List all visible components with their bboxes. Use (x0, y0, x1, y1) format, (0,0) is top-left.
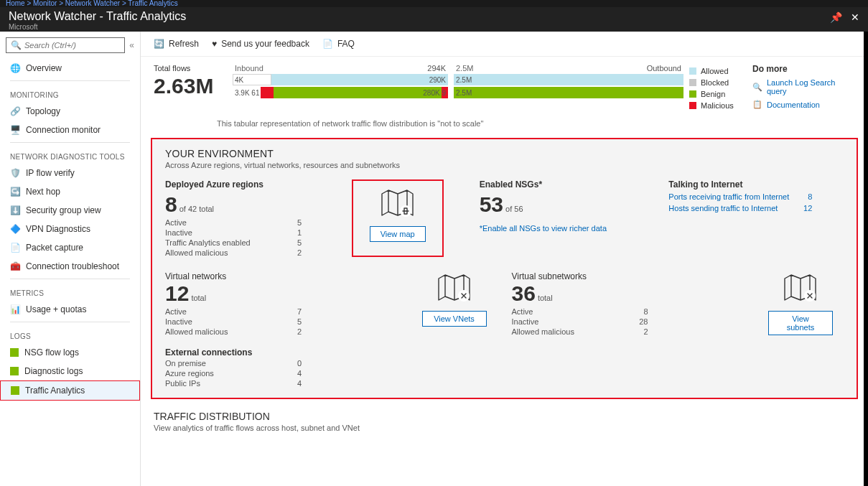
do-more: Do more 🔍Launch Log Search query 📋Docume… (745, 64, 853, 113)
pcap-icon: 📄 (10, 243, 20, 253)
sidebar-item-usage[interactable]: 📊Usage + quotas (0, 300, 140, 319)
sidebar-item-next-hop[interactable]: ↪️Next hop (0, 182, 140, 201)
view-subnets-button[interactable]: View subnets (768, 311, 833, 335)
total-flows-value: 2.63M (154, 74, 218, 98)
your-environment-panel: YOUR ENVIRONMENT Across Azure regions, v… (151, 138, 858, 399)
ipflow-icon: 🛡️ (10, 168, 20, 178)
scale-note: This tabular representation of network t… (141, 118, 868, 128)
view-vnets-button[interactable]: View VNets (422, 311, 487, 327)
nsg-note-link[interactable]: *Enable all NSGs to view richer data (480, 224, 655, 233)
hosts-sending-link[interactable]: Hosts sending traffic to Internet12 (668, 204, 812, 212)
search-icon: 🔍 (11, 40, 22, 50)
sidebar-item-connection-monitor[interactable]: 🖥️Connection monitor (0, 121, 140, 139)
main-content: 🔄Refresh ♥Send us your feedback 📄FAQ Tot… (141, 32, 868, 486)
heart-icon: ♥ (212, 39, 217, 49)
env-subtitle: Across Azure regions, virtual networks, … (165, 161, 844, 169)
faq-button[interactable]: 📄FAQ (322, 39, 355, 49)
sidebar-item-conn-troubleshoot[interactable]: 🧰Connection troubleshoot (0, 257, 140, 276)
search-input[interactable] (24, 41, 120, 50)
diaglog-icon (10, 367, 19, 375)
subnet-label: Virtual subnetworks (512, 271, 758, 281)
inbound-bars: Inbound294K 4K290K 3.9K 61280K 9 (233, 64, 448, 113)
env-title: YOUR ENVIRONMENT (165, 148, 844, 159)
traffic-dist-sub: View analytics of traffic flows across h… (154, 424, 855, 432)
documentation-link[interactable]: 📋Documentation (752, 100, 853, 109)
regions-label: Deployed Azure regions (165, 179, 352, 190)
section-monitoring: MONITORING (0, 84, 140, 102)
refresh-icon: 🔄 (154, 39, 164, 49)
org-label: Microsoft (9, 23, 186, 31)
view-map-button[interactable]: View map (370, 226, 426, 242)
section-diag: NETWORK DIAGNOSTIC TOOLS (0, 146, 140, 164)
outbound-bars: 2.5MOutbound 2.5M 2.5M (454, 64, 683, 113)
traffic-dist-title: TRAFFIC DISTRIBUTION (154, 411, 855, 422)
header-bar: Network Watcher - Traffic Analytics Micr… (0, 7, 868, 32)
sgv-icon: ⬇️ (10, 205, 20, 215)
vnet-icon (435, 271, 474, 304)
doc-icon: 📋 (752, 100, 762, 109)
close-icon[interactable]: ✕ (851, 11, 859, 23)
page-title: Network Watcher - Traffic Analytics (9, 10, 186, 23)
sidebar-item-overview[interactable]: 🌐Overview (0, 59, 140, 78)
nsg-big: 53 (480, 192, 503, 217)
topology-icon: 🔗 (10, 106, 20, 116)
talking-label: Talking to Internet (668, 179, 844, 190)
search-icon: 🔍 (752, 83, 762, 92)
overview-icon: 🌐 (10, 63, 20, 73)
vnet-label: Virtual networks (165, 271, 411, 281)
right-scroll-gutter (864, 32, 868, 486)
vpn-icon: 🔷 (10, 224, 20, 234)
vnet-big: 12 (165, 281, 189, 306)
monitor-icon: 🖥️ (10, 125, 20, 135)
traffic-distribution: TRAFFIC DISTRIBUTION View analytics of t… (141, 399, 868, 432)
faq-icon: 📄 (322, 39, 333, 49)
section-metrics: METRICS (0, 282, 140, 300)
collapse-icon[interactable]: « (129, 40, 134, 50)
legend: Allowed Blocked Benign Malicious (689, 64, 739, 113)
sidebar-item-sgv[interactable]: ⬇️Security group view (0, 201, 140, 220)
refresh-button[interactable]: 🔄Refresh (154, 39, 199, 49)
launch-log-search-link[interactable]: 🔍Launch Log Search query (752, 78, 853, 95)
toolbar: 🔄Refresh ♥Send us your feedback 📄FAQ (141, 32, 868, 57)
search-box[interactable]: 🔍 (6, 37, 125, 53)
sidebar-item-ip-flow[interactable]: 🛡️IP flow verify (0, 164, 140, 182)
usage-icon: 📊 (10, 304, 20, 314)
nexthop-icon: ↪️ (10, 187, 20, 197)
sidebar-item-packet-capture[interactable]: 📄Packet capture (0, 238, 140, 257)
regions-big: 8 (165, 192, 177, 217)
map-icon (378, 187, 417, 220)
nsg-label: Enabled NSGs* (480, 179, 655, 190)
section-logs: LOGS (0, 325, 140, 343)
sidebar-item-traffic-analytics[interactable]: Traffic Analytics (0, 380, 140, 401)
ctrouble-icon: 🧰 (10, 261, 20, 271)
sidebar-item-vpn[interactable]: 🔷VPN Diagnostics (0, 220, 140, 238)
map-card: View map (352, 179, 444, 257)
total-flows-label: Total flows (154, 64, 218, 73)
pin-icon[interactable]: 📌 (830, 11, 842, 23)
nsgflow-icon (10, 348, 19, 357)
sidebar-item-topology[interactable]: 🔗Topology (0, 102, 140, 121)
feedback-button[interactable]: ♥Send us your feedback (212, 39, 309, 49)
subnet-icon (781, 271, 820, 304)
ta-icon (11, 386, 19, 395)
sidebar-item-nsg-flow-logs[interactable]: NSG flow logs (0, 343, 140, 362)
sidebar-item-diagnostic-logs[interactable]: Diagnostic logs (0, 362, 140, 380)
subnet-big: 36 (512, 281, 536, 306)
ext-conn-label: External connections (165, 347, 844, 358)
breadcrumb: Home > Monitor > Network Watcher > Traff… (0, 0, 868, 7)
sidebar: 🔍 « 🌐Overview MONITORING 🔗Topology 🖥️Con… (0, 32, 141, 486)
ports-receiving-link[interactable]: Ports receiving traffic from Internet8 (668, 192, 812, 201)
